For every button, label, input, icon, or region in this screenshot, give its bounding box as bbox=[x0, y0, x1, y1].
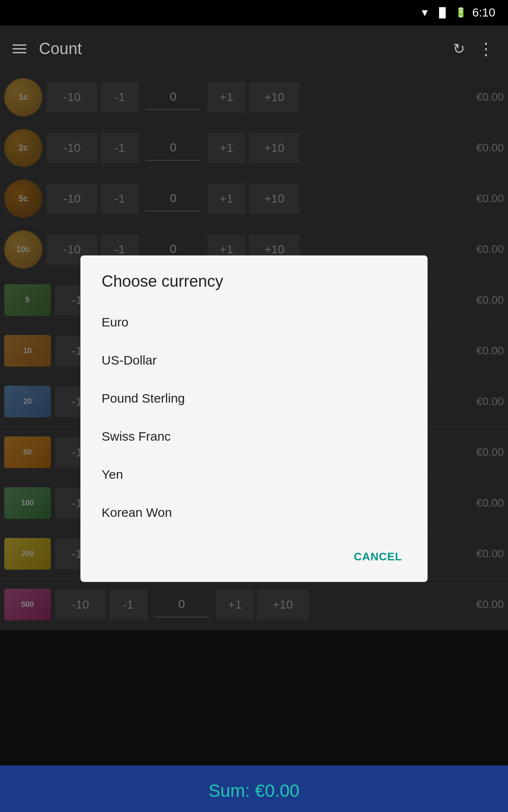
dialog-actions: CANCEL bbox=[102, 544, 406, 569]
cancel-button[interactable]: CANCEL bbox=[350, 544, 406, 569]
currency-option-swiss[interactable]: Swiss Franc bbox=[102, 417, 406, 455]
currency-option-pound[interactable]: Pound Sterling bbox=[102, 379, 406, 417]
status-icons: ▼ ▐▌ 🔋 6:10 bbox=[420, 6, 495, 19]
app-bar-actions: ↻ ⋮ bbox=[453, 39, 495, 58]
history-button[interactable]: ↻ bbox=[453, 40, 465, 57]
currency-option-yen[interactable]: Yen bbox=[102, 455, 406, 494]
status-bar: ▼ ▐▌ 🔋 6:10 bbox=[0, 0, 508, 25]
signal-icon: ▐▌ bbox=[436, 7, 449, 18]
menu-button[interactable] bbox=[13, 44, 26, 53]
battery-icon: 🔋 bbox=[455, 7, 467, 18]
more-button[interactable]: ⋮ bbox=[478, 39, 495, 58]
menu-icon bbox=[13, 44, 26, 53]
sum-bar: Sum: €0.00 bbox=[0, 765, 508, 812]
main-content: 1c-10-1+1+10€0.002c-10-1+1+10€0.005c-10-… bbox=[0, 72, 508, 765]
currency-dialog: Choose currency Euro US-Dollar Pound Ste… bbox=[80, 255, 428, 582]
dialog-title: Choose currency bbox=[102, 272, 406, 291]
app-bar: Count ↻ ⋮ bbox=[0, 25, 508, 72]
page-title: Count bbox=[39, 40, 440, 58]
wifi-icon: ▼ bbox=[420, 7, 430, 19]
currency-option-koreanwon[interactable]: Korean Won bbox=[102, 494, 406, 532]
currency-option-euro[interactable]: Euro bbox=[102, 303, 406, 341]
status-time: 6:10 bbox=[472, 6, 496, 19]
sum-text: Sum: €0.00 bbox=[209, 781, 300, 801]
currency-option-usdollar[interactable]: US-Dollar bbox=[102, 341, 406, 379]
